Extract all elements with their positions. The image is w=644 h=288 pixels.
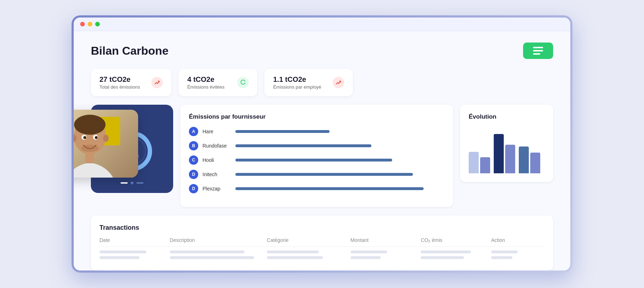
bar-group-1 [494, 134, 515, 173]
td-0-cat [267, 250, 319, 253]
td-1-action [491, 256, 513, 259]
supplier-row-2: C Hooli [189, 155, 444, 165]
th-action: Action [491, 237, 545, 243]
suppliers-title: Émissions par fournisseur [189, 113, 444, 120]
td-0-co2 [421, 250, 471, 253]
th-date: Date [99, 237, 166, 243]
supplier-bar-4 [235, 187, 424, 190]
person-svg [74, 110, 127, 178]
th-co2: CO₂ émis [421, 237, 488, 243]
td-0-date [99, 250, 146, 253]
supplier-badge-4: D [189, 184, 198, 193]
donut-pagination [121, 182, 143, 184]
svg-point-4 [103, 135, 109, 142]
th-categorie: Catégorie [267, 237, 347, 243]
supplier-badge-2: C [189, 155, 198, 165]
dot-2[interactable] [131, 182, 133, 184]
bar-1-0 [494, 134, 504, 173]
supplier-bar-container-0 [235, 130, 444, 133]
refresh-icon [240, 80, 246, 85]
td-1-desc [170, 256, 254, 259]
supplier-bar-container-3 [235, 173, 444, 176]
th-description: Description [170, 237, 263, 243]
traffic-light-red[interactable] [80, 22, 85, 26]
supplier-badge-0: A [189, 127, 198, 136]
supplier-name-3: Initech [203, 172, 231, 177]
bar-group-0 [469, 152, 490, 173]
supplier-row-0: A Hare [189, 127, 444, 136]
metric-label-total: Total des émissions [99, 84, 140, 90]
metric-value-avoided: 4 tCO2e [187, 75, 224, 84]
bar-0-0 [469, 152, 479, 173]
supplier-name-4: Plexzap [203, 186, 231, 192]
supplier-bar-1 [235, 144, 371, 147]
page-header: Bilan Carbone [91, 43, 553, 59]
supplier-bar-container-1 [235, 144, 444, 147]
trending-up-icon-2 [336, 80, 341, 85]
supplier-bar-3 [235, 173, 413, 176]
traffic-light-yellow[interactable] [88, 22, 92, 26]
metric-card-total: 27 tCO2e Total des émissions [91, 69, 171, 96]
browser-titlebar [74, 18, 570, 31]
bar-2-0 [519, 147, 529, 173]
metric-badge-total [151, 77, 163, 88]
svg-rect-10 [86, 153, 94, 163]
th-montant: Montant [351, 237, 418, 243]
svg-point-9 [81, 145, 99, 152]
suppliers-card: Émissions par fournisseur A Hare B Rundo… [180, 105, 453, 207]
main-row: Répartition 27 KgCO2 [91, 105, 553, 207]
supplier-badge-3: D [189, 170, 198, 179]
metric-value-total: 27 tCO2e [99, 75, 140, 84]
metric-badge-per-employee [333, 77, 344, 88]
dot-1[interactable] [121, 182, 128, 184]
metric-card-avoided: 4 tCO2e Émissions évitées [179, 69, 257, 96]
td-0-montant [351, 250, 387, 253]
svg-point-7 [83, 136, 86, 139]
trending-up-icon [154, 80, 160, 85]
td-0-action [491, 250, 518, 253]
evolution-card: Évolution [460, 105, 553, 182]
browser-content: Bilan Carbone 27 tCO2e Total des émissio… [74, 31, 570, 270]
dot-3[interactable] [136, 182, 143, 184]
supplier-row-3: D Initech [189, 170, 444, 179]
bar-2-1 [530, 153, 540, 173]
evolution-title: Évolution [469, 113, 545, 120]
metric-badge-avoided [237, 77, 249, 88]
supplier-badge-1: B [189, 141, 198, 150]
export-button[interactable] [523, 43, 553, 59]
supplier-name-0: Hare [203, 129, 231, 134]
metric-card-per-employee: 1.1 tCO2e Émissions par employé [264, 69, 352, 96]
supplier-row-4: D Plexzap [189, 184, 444, 193]
person-photo [74, 110, 138, 178]
bar-group-2 [519, 147, 540, 173]
td-1-date [99, 256, 140, 259]
table-header: Date Description Catégorie Montant CO₂ é… [99, 237, 545, 247]
traffic-light-green[interactable] [95, 22, 100, 26]
supplier-name-2: Hooli [203, 157, 231, 163]
browser-window: Bilan Carbone 27 tCO2e Total des émissio… [74, 18, 570, 270]
svg-point-2 [74, 115, 106, 135]
metrics-row: 27 tCO2e Total des émissions 4 tCO2e Émi… [91, 69, 553, 96]
td-0-desc [170, 250, 245, 253]
supplier-bar-0 [235, 130, 330, 133]
metric-label-per-employee: Émissions par employé [273, 84, 321, 90]
metric-value-per-employee: 1.1 tCO2e [273, 75, 321, 84]
supplier-name-1: Rundofase [203, 143, 231, 149]
td-1-cat [267, 256, 323, 259]
svg-point-8 [95, 136, 98, 139]
td-1-montant [351, 256, 381, 259]
supplier-bar-container-4 [235, 187, 444, 190]
outer-frame: Bilan Carbone 27 tCO2e Total des émissio… [72, 15, 572, 273]
transactions-title: Transactions [99, 224, 545, 232]
bar-0-1 [480, 157, 490, 173]
td-1-co2 [421, 256, 464, 259]
table-row-1 [99, 256, 545, 259]
table-row-0 [99, 250, 545, 253]
supplier-bar-2 [235, 159, 392, 162]
page-title: Bilan Carbone [91, 44, 169, 58]
metric-label-avoided: Émissions évitées [187, 84, 224, 90]
bar-1-1 [505, 145, 515, 173]
transactions-section: Transactions Date Description Catégorie … [91, 215, 553, 270]
supplier-row-1: B Rundofase [189, 141, 444, 150]
supplier-bar-container-2 [235, 159, 444, 162]
